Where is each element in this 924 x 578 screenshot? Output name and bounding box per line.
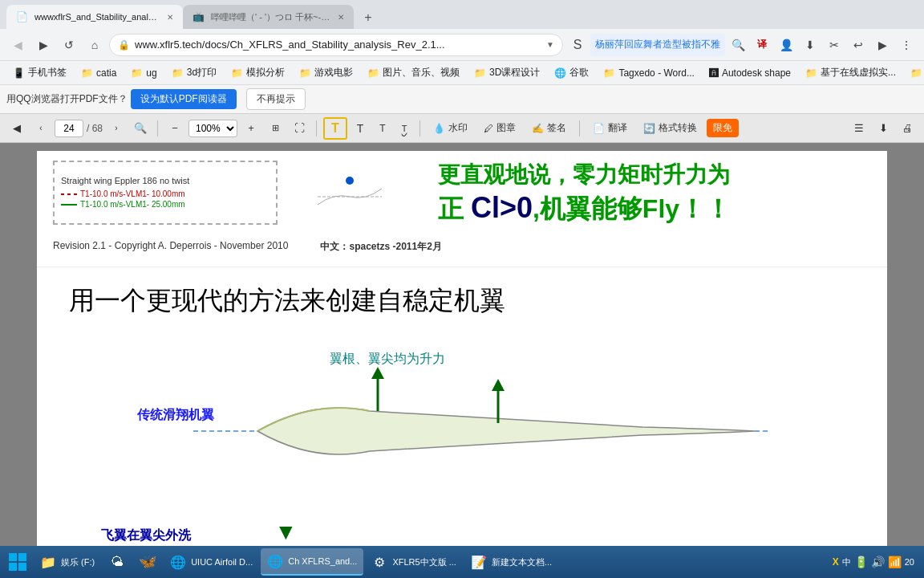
- tab-favicon-1: 📄: [16, 11, 28, 22]
- tab-inactive-2[interactable]: 📺 哔哩哔哩（' - '）つロ 千杯~-bilibili ✕: [183, 5, 354, 29]
- zoom-select[interactable]: 100% 75% 125% 150%: [188, 120, 237, 137]
- ext4-btn[interactable]: ⬇: [799, 34, 821, 56]
- menu-button[interactable]: ⋮: [895, 34, 918, 56]
- bookmark-google[interactable]: 🌐 谷歌: [548, 64, 595, 81]
- taskbar-entertainment[interactable]: 📁 娱乐 (F:): [34, 548, 101, 576]
- print-button[interactable]: 🖨: [897, 118, 918, 139]
- diagram-title: Straight wing Eppler 186 no twist: [61, 176, 270, 185]
- new-tab-button[interactable]: +: [357, 6, 379, 29]
- bookmark-ug[interactable]: 📁 ug: [124, 66, 163, 80]
- weather-taskbar-icon: 🌤: [109, 554, 125, 570]
- page-top-section: Straight wing Eppler 186 no twist T1-10.…: [37, 151, 887, 267]
- bookmark-3dcourse[interactable]: 📁 3D课程设计: [468, 64, 546, 81]
- set-default-pdf-button[interactable]: 设为默认PDF阅读器: [131, 89, 237, 109]
- zoom-out-button[interactable]: −: [164, 118, 185, 139]
- google-icon: 🌐: [554, 67, 566, 79]
- folder-icon-10: 📁: [910, 67, 922, 79]
- ext3-btn[interactable]: 👤: [775, 34, 797, 56]
- text-tool-T1[interactable]: T: [323, 117, 347, 140]
- sidebar-toggle-button[interactable]: ☰: [849, 118, 869, 139]
- chxflrs-taskbar-icon: 🌐: [267, 553, 283, 569]
- no-show-button[interactable]: 不再提示: [246, 88, 306, 110]
- expand-button[interactable]: ⛶: [289, 118, 310, 139]
- bookmark-games[interactable]: 📁 游戏电影: [293, 64, 359, 81]
- stamp-button[interactable]: 🖊 图章: [477, 119, 522, 137]
- taskbar-uiuc[interactable]: 🌐 UIUC Airfoil D...: [164, 548, 259, 576]
- pdf-open-toolbar: 用QQ浏览器打开PDF文件？ 设为默认PDF阅读器 不再提示: [0, 85, 924, 114]
- save-button[interactable]: ⬇: [873, 118, 894, 139]
- tray-network-icon[interactable]: 📶: [888, 556, 902, 568]
- vip-button[interactable]: 限免: [707, 119, 739, 137]
- bookmark-cg[interactable]: 📁 新CG/儿 - 数...: [904, 64, 924, 81]
- page-heading: 用一个更现代的方法来创建自稳定机翼: [69, 283, 855, 319]
- zoom-in-button[interactable]: +: [241, 118, 261, 139]
- ext7-btn[interactable]: ▶: [871, 34, 894, 56]
- back-button[interactable]: ◀: [6, 34, 29, 56]
- page-prev-button[interactable]: ◀: [6, 118, 27, 139]
- search-button[interactable]: 🔍: [130, 118, 151, 139]
- bookmark-tagxedo[interactable]: 📁 Tagxedo - Word...: [597, 66, 701, 80]
- page-number-input[interactable]: [55, 120, 83, 137]
- svg-rect-9: [9, 563, 17, 571]
- page-next-button[interactable]: ›: [106, 118, 127, 139]
- refresh-button[interactable]: ↺: [58, 34, 80, 56]
- translate-button[interactable]: 📄 翻译: [586, 119, 634, 137]
- search-icon-btn[interactable]: S: [566, 34, 589, 56]
- bookmark-autodesk[interactable]: 🅰 Autodesk shape: [703, 66, 797, 80]
- ext6-btn[interactable]: ↩: [847, 34, 869, 56]
- divider-1: [157, 120, 158, 136]
- bookmark-media[interactable]: 📁 图片、音乐、视频: [361, 64, 466, 81]
- tray-x-icon[interactable]: X: [833, 556, 839, 568]
- sign-button[interactable]: ✍ 签名: [525, 119, 573, 137]
- bookmark-sim[interactable]: 📁 模拟分析: [225, 64, 291, 81]
- pdf-content-area: Straight wing Eppler 186 no twist T1-10.…: [0, 143, 924, 578]
- taskbar-xflr5-zh[interactable]: ⚙ XFLR5中文版 ...: [365, 548, 462, 576]
- ext1-btn[interactable]: 🔍: [727, 34, 749, 56]
- tab-close-2[interactable]: ✕: [338, 13, 344, 22]
- address-bar[interactable]: 🔒 www.xflr5.tech/docs/Ch_XFLRS_and_Stabi…: [109, 34, 563, 56]
- tab-close-1[interactable]: ✕: [167, 13, 173, 22]
- translate-icon-btn[interactable]: 杨丽萍回应舞者造型被指不雅: [590, 34, 725, 56]
- uiuc-taskbar-icon: 🌐: [170, 554, 186, 570]
- phone-icon: 📱: [13, 67, 25, 79]
- tray-volume-icon[interactable]: 🔊: [871, 556, 885, 568]
- folder-icon-5: 📁: [299, 67, 311, 79]
- ext5-btn[interactable]: ✂: [823, 34, 845, 56]
- bookmark-catia[interactable]: 📁 catia: [75, 66, 123, 80]
- bookmarks-bar: 📱 手机书签 📁 catia 📁 ug 📁 3d打印 📁 模拟分析 📁 游戏电影…: [0, 61, 924, 85]
- fit-page-button[interactable]: ⊞: [265, 118, 286, 139]
- forward-button[interactable]: ▶: [32, 34, 55, 56]
- copyright-line: Revision 2.1 - Copyright A. Deperrois - …: [53, 240, 871, 254]
- taskbar-notepad[interactable]: 📝 新建文本文档...: [464, 548, 558, 576]
- watermark-button[interactable]: 💧 水印: [427, 119, 474, 137]
- page-prev2-button[interactable]: ‹: [30, 118, 51, 139]
- bookmark-3dprint[interactable]: 📁 3d打印: [165, 64, 223, 81]
- taskbar-ch-xflrs[interactable]: 🌐 Ch XFLRS_and...: [261, 548, 363, 576]
- text-tool-T4[interactable]: T: [395, 121, 414, 136]
- folder-taskbar-icon: 📁: [40, 554, 56, 570]
- system-tray: X 中 🔋 🔊 📶 20: [826, 556, 921, 568]
- tab-active[interactable]: 📄 wwwxflrS_and_Stability_analysis_R... ✕: [6, 5, 183, 29]
- taskbar-browser2[interactable]: 🦋: [133, 548, 162, 576]
- copyright-zh: 中文：spacetzs -2011年2月: [320, 240, 441, 254]
- text-tool-T2[interactable]: T: [351, 120, 371, 137]
- start-button[interactable]: [3, 547, 32, 576]
- browser2-taskbar-icon: 🦋: [140, 554, 156, 570]
- svg-rect-7: [9, 553, 17, 561]
- page-main-section: 用一个更现代的方法来创建自稳定机翼 传统滑翔机翼 翼根、翼尖均为升力: [37, 267, 887, 561]
- bookmark-phone[interactable]: 📱 手机书签: [6, 64, 73, 81]
- diagram-line-2: T1-10.0 m/s-VLM1- 25.00mm: [61, 200, 270, 209]
- ext2-btn[interactable]: 译: [751, 34, 773, 56]
- red-line-icon: [61, 193, 77, 195]
- bookmark-vr[interactable]: 📁 基于在线虚拟实...: [799, 64, 902, 81]
- lock-icon: 🔒: [118, 39, 130, 51]
- convert-button[interactable]: 🔄 格式转换: [637, 119, 703, 137]
- tray-ime-icon[interactable]: 中: [842, 556, 851, 568]
- chevron-down-icon[interactable]: ▼: [546, 40, 554, 49]
- home-button[interactable]: ⌂: [83, 34, 106, 56]
- chinese-line-2: 正 Cl>0,机翼能够Fly！！: [438, 189, 731, 227]
- svg-point-0: [346, 177, 354, 185]
- text-tool-T3[interactable]: T: [373, 120, 391, 136]
- taskbar-weather[interactable]: 🌤: [103, 548, 132, 576]
- svg-marker-4: [371, 367, 384, 379]
